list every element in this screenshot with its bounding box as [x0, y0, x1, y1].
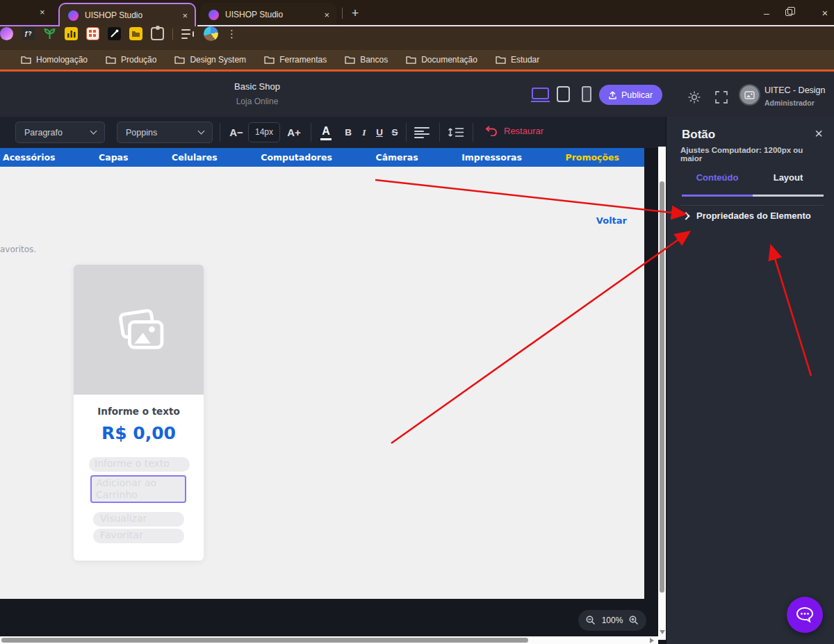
horizontal-scrollbar-thumb[interactable]	[1, 638, 528, 643]
window-restore-button[interactable]	[785, 9, 792, 16]
chevron-right-icon	[682, 212, 689, 220]
zoom-out-icon[interactable]	[586, 616, 596, 625]
user-role: Administrador	[764, 99, 815, 107]
scroll-right-arrow-icon[interactable]	[650, 638, 654, 643]
increase-font-button[interactable]: A+	[282, 122, 306, 143]
extension-eyedropper-icon[interactable]	[108, 27, 121, 40]
upload-icon	[609, 91, 616, 99]
bookmark-bancos[interactable]: Bancos	[345, 55, 388, 65]
favorite-button[interactable]: Favoritar	[93, 529, 184, 543]
clipped-favorites-text: avoritos.	[0, 245, 36, 254]
panel-tabs: Conteúdo Layout	[682, 172, 824, 183]
text-editor-toolbar: Paragrafo Poppins A− 14px A+ A B I U S R…	[0, 117, 666, 148]
browser-menu-icon[interactable]: ⋮	[227, 27, 237, 40]
horizontal-scrollbar[interactable]	[0, 636, 658, 644]
product-title[interactable]: Informe o texto	[74, 406, 204, 417]
product-card[interactable]: Informe o texto R$ 0,00 Informe o texto …	[74, 265, 204, 561]
add-to-cart-button-selected[interactable]: Adicionar ao Carrinho	[90, 475, 186, 503]
publish-label: Publicar	[621, 90, 653, 100]
tab-strip: × UISHOP Studio × UISHOP Studio × + – ×	[0, 0, 834, 26]
window-close-button[interactable]: ×	[815, 6, 834, 21]
panel-subtitle: Ajustes Computador: 1200px ou maior	[680, 146, 826, 163]
bookmark-design-system[interactable]: Design System	[174, 55, 246, 65]
tab-uishop-studio[interactable]: UISHOP Studio ×	[200, 3, 336, 26]
tab-conteudo[interactable]: Conteúdo	[682, 172, 753, 183]
chat-fab-button[interactable]	[787, 597, 823, 633]
bookmark-producao[interactable]: Produção	[106, 55, 156, 65]
nav-capas[interactable]: Capas	[99, 152, 128, 163]
underline-button[interactable]: U	[372, 122, 387, 143]
shop-type: Loja Online	[208, 97, 306, 106]
nav-impressoras[interactable]: Impressoras	[461, 152, 522, 163]
tab-close-icon[interactable]: ×	[324, 10, 329, 19]
decrease-font-button[interactable]: A−	[225, 122, 247, 143]
nav-cameras[interactable]: Câmeras	[375, 152, 418, 163]
extension-grid-icon[interactable]	[86, 27, 99, 40]
extension-sprout-icon[interactable]	[43, 27, 56, 40]
product-price[interactable]: R$ 0,00	[74, 423, 204, 443]
extension-chart-icon[interactable]	[65, 27, 78, 40]
extension-fonts-icon[interactable]: ƒ?	[22, 27, 35, 40]
extensions-puzzle-icon[interactable]	[151, 27, 164, 40]
reading-list-icon[interactable]	[181, 28, 195, 40]
window-minimize-button[interactable]: –	[756, 6, 777, 21]
panel-close-icon[interactable]: ×	[815, 126, 823, 140]
toolbar-separator	[172, 28, 173, 40]
zoom-level: 100%	[602, 616, 623, 625]
paragraph-style-select[interactable]: Paragrafo	[15, 122, 105, 143]
uishop-favicon-icon	[68, 10, 79, 21]
nav-acessorios[interactable]: Acessórios	[3, 152, 56, 163]
bookmark-documentacao[interactable]: Documentação	[406, 55, 477, 65]
vertical-scrollbar-thumb[interactable]	[660, 181, 664, 593]
browser-profile-avatar[interactable]	[204, 26, 218, 41]
tab-uishop-studio-active[interactable]: UISHOP Studio ×	[58, 3, 196, 26]
fullscreen-icon[interactable]	[714, 90, 729, 105]
bookmark-estudar[interactable]: Estudar	[496, 55, 539, 65]
shop-navbar: Acessórios Capas Celulares Computadores …	[0, 148, 644, 167]
product-image-placeholder[interactable]	[74, 265, 204, 395]
extension-gradient-icon[interactable]	[0, 27, 13, 40]
canvas-zoom-control: 100%	[578, 610, 646, 631]
tab-close-icon[interactable]: ×	[182, 11, 188, 20]
toolbar-separator	[439, 123, 440, 142]
zoom-in-icon[interactable]	[629, 616, 639, 625]
tab-title: UISHOP Studio	[85, 10, 142, 20]
shop-info: Basic Shop Loja Online	[208, 81, 306, 106]
publish-button[interactable]: Publicar	[599, 85, 662, 105]
toolbar-separator	[406, 123, 407, 142]
bookmark-homologacao[interactable]: Homologação	[21, 55, 88, 65]
view-button[interactable]: Visualizar	[93, 512, 184, 527]
back-link[interactable]: Voltar	[596, 215, 627, 226]
shop-name: Basic Shop	[208, 81, 306, 92]
new-tab-button[interactable]: +	[346, 4, 364, 22]
user-avatar[interactable]	[739, 84, 760, 106]
strikethrough-button[interactable]: S	[387, 122, 402, 143]
extension-folder-icon[interactable]	[129, 27, 142, 40]
text-align-icon[interactable]	[414, 127, 430, 140]
line-height-icon[interactable]	[448, 126, 464, 142]
font-color-button[interactable]: A	[316, 122, 336, 143]
mobile-view-button[interactable]	[582, 86, 591, 102]
tab-separator	[342, 8, 343, 19]
restore-button[interactable]: Restaurar	[485, 125, 543, 136]
font-size-input[interactable]: 14px	[248, 122, 280, 142]
nav-celulares[interactable]: Celulares	[172, 152, 218, 163]
browser-toolbar: ☆ ƒ?	[0, 26, 834, 50]
desktop-view-button[interactable]	[532, 88, 549, 99]
tab-layout[interactable]: Layout	[753, 172, 824, 183]
font-color-swatch	[320, 138, 332, 140]
tablet-view-button[interactable]	[557, 86, 570, 102]
font-family-select[interactable]: Poppins	[117, 122, 213, 143]
bookmark-ferramentas[interactable]: Ferramentas	[264, 55, 327, 65]
bookmarks-bar: Homologação Produção Design System Ferra…	[0, 50, 834, 69]
bold-button[interactable]: B	[341, 122, 356, 143]
placeholder-text-button[interactable]: Informe o texto	[89, 457, 190, 472]
theme-toggle-icon[interactable]	[687, 90, 702, 105]
scroll-down-arrow-icon[interactable]	[660, 630, 665, 634]
nav-promocoes[interactable]: Promoções	[565, 152, 619, 163]
italic-button[interactable]: I	[357, 122, 372, 143]
partial-tab-close-icon[interactable]: ×	[40, 8, 45, 17]
element-properties-section[interactable]: Propriedades do Elemento	[683, 210, 811, 221]
vertical-scrollbar[interactable]	[658, 147, 666, 640]
nav-computadores[interactable]: Computadores	[261, 152, 332, 163]
